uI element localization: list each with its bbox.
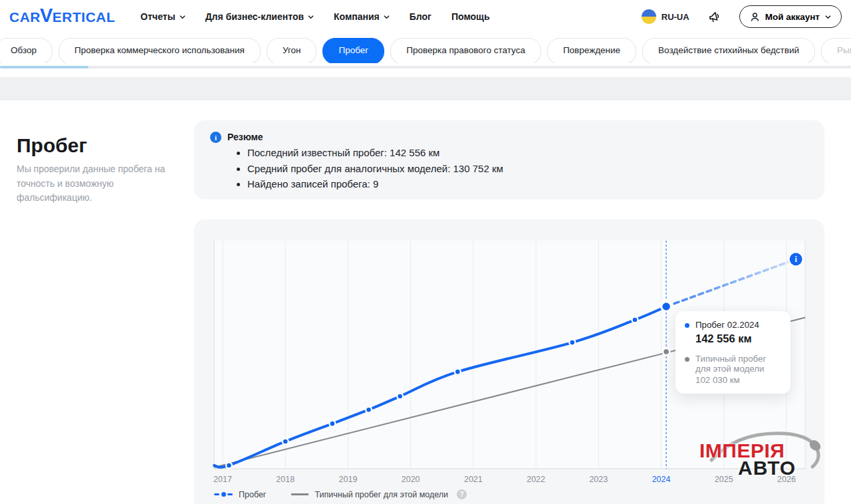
svg-text:2021: 2021 — [464, 475, 483, 484]
chevron-down-icon — [825, 14, 831, 20]
tooltip-typical-value: 102 030 км — [695, 375, 781, 385]
svg-text:2019: 2019 — [339, 475, 358, 484]
tooltip-mileage-dot — [685, 323, 689, 328]
ukraine-flag-icon — [642, 9, 656, 24]
nav-label: Компания — [334, 11, 380, 22]
report-section-tabs: Обзор Проверка коммерческого использован… — [0, 38, 851, 63]
account-label: Мой аккаунт — [765, 12, 820, 22]
tooltip-title: Пробег 02.2024 — [695, 320, 759, 330]
svg-text:2020: 2020 — [402, 475, 420, 484]
nav-label: Отчеты — [140, 11, 175, 22]
svg-text:2025: 2025 — [715, 475, 733, 484]
header-right: RU-UA Мой аккаунт — [642, 5, 842, 28]
summary-card: i Резюме Последний известный пробег: 142… — [194, 120, 824, 199]
legend-item-mileage: Пробег — [214, 490, 266, 499]
help-icon[interactable]: ? — [457, 489, 467, 499]
nav-label: Для бизнес-клиентов — [205, 11, 304, 22]
tab-commercial-use[interactable]: Проверка коммерческого использования — [59, 38, 261, 63]
tab-market-value[interactable]: Рыноч — [821, 38, 851, 63]
svg-text:2018: 2018 — [276, 475, 295, 484]
nav-item-reports[interactable]: Отчеты — [140, 11, 185, 22]
legend-label: Типичный пробег для этой модели — [314, 490, 448, 499]
page-description: Мы проверили данные пробега на точность … — [17, 162, 184, 205]
chevron-down-icon — [384, 14, 390, 20]
person-icon — [750, 12, 760, 22]
svg-text:2024: 2024 — [652, 475, 671, 484]
logo-text: CAR — [9, 10, 41, 24]
nav-item-blog[interactable]: Блог — [410, 11, 431, 22]
typical-series-icon — [291, 493, 308, 495]
nav-label: Блог — [410, 11, 431, 22]
top-navbar: CARVERTICAL Отчеты Для бизнес-клиентов К… — [0, 0, 851, 33]
nav-item-help[interactable]: Помощь — [451, 11, 490, 22]
tab-damage[interactable]: Повреждение — [547, 38, 636, 63]
svg-text:2022: 2022 — [527, 475, 545, 484]
section-divider-band — [0, 77, 851, 100]
svg-text:2026: 2026 — [777, 475, 796, 484]
carvertical-logo[interactable]: CARVERTICAL — [9, 7, 115, 27]
my-account-button[interactable]: Мой аккаунт — [739, 5, 842, 28]
mileage-chart-card: i201720182019202020212022202320242025202… — [194, 219, 824, 504]
tab-natural-disasters[interactable]: Воздействие стихийных бедствий — [642, 38, 815, 63]
page-title: Пробег — [17, 134, 87, 157]
chevron-down-icon — [308, 14, 314, 20]
nav-item-business[interactable]: Для бизнес-клиентов — [205, 11, 314, 22]
legend-item-typical: Типичный пробег для этой модели ? — [291, 489, 467, 499]
chart-tooltip: Пробег 02.2024 142 556 км Типичный пробе… — [675, 311, 790, 394]
summary-item-average-mileage: Средний пробег для аналогичных моделей: … — [247, 163, 503, 174]
tooltip-typical-dot — [685, 357, 689, 362]
summary-item-last-mileage: Последний известный пробег: 142 556 км — [247, 147, 503, 158]
nav-item-company[interactable]: Компания — [334, 11, 390, 22]
tab-theft[interactable]: Угон — [267, 38, 317, 63]
locale-label: RU-UA — [662, 12, 689, 22]
tooltip-typical-label: Типичный пробег для этой модели — [695, 354, 781, 374]
logo-v: V — [40, 6, 53, 25]
summary-item-records-found: Найдено записей пробега: 9 — [247, 178, 503, 189]
tab-legal-status[interactable]: Проверка правового статуса — [390, 38, 541, 63]
nav-label: Помощь — [451, 11, 490, 22]
mileage-series-icon — [214, 492, 233, 497]
main-nav: Отчеты Для бизнес-клиентов Компания Блог… — [140, 11, 489, 22]
info-icon: i — [210, 132, 221, 143]
tooltip-value: 142 556 км — [695, 332, 781, 345]
summary-heading: Резюме — [227, 132, 263, 142]
logo-text-2: ERTICAL — [53, 10, 116, 24]
tab-overview[interactable]: Обзор — [0, 38, 53, 63]
language-switcher[interactable]: RU-UA — [642, 9, 689, 24]
legend-label: Пробег — [239, 490, 266, 499]
megaphone-icon[interactable] — [707, 9, 722, 25]
svg-text:2017: 2017 — [213, 475, 232, 484]
tab-mileage[interactable]: Пробег — [322, 38, 384, 63]
svg-text:2023: 2023 — [589, 475, 608, 484]
chevron-down-icon — [180, 14, 185, 20]
tabs-scrollbar-thumb[interactable] — [0, 66, 88, 68]
tabs-scrollbar-track[interactable] — [0, 66, 851, 68]
chart-legend: Пробег Типичный пробег для этой модели ? — [214, 489, 467, 499]
summary-list: Последний известный пробег: 142 556 км С… — [238, 147, 503, 194]
